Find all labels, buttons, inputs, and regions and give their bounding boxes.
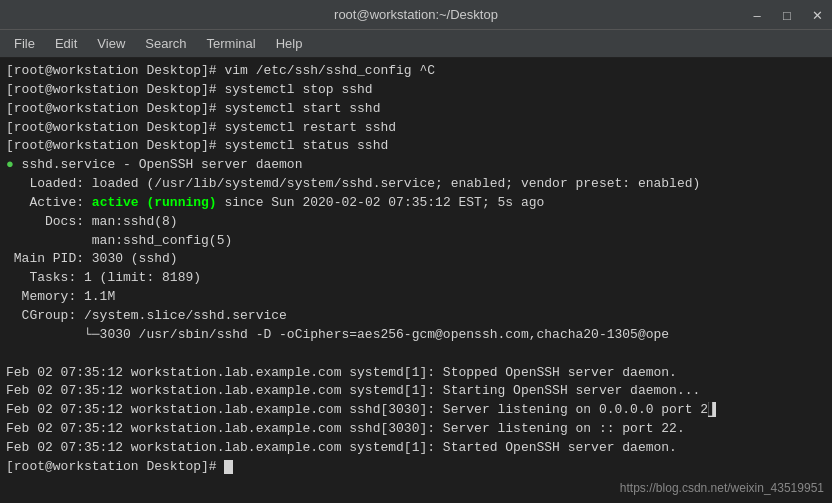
terminal-line: [root@workstation Desktop]# systemctl st…	[6, 81, 826, 100]
terminal-line: Feb 02 07:35:12 workstation.lab.example.…	[6, 364, 826, 383]
maximize-button[interactable]: □	[772, 0, 802, 30]
terminal-line: [root@workstation Desktop]# systemctl st…	[6, 100, 826, 119]
terminal-line: Active: active (running) since Sun 2020-…	[6, 194, 826, 213]
terminal-line: [root@workstation Desktop]# systemctl re…	[6, 119, 826, 138]
cursor	[224, 460, 233, 474]
menu-file[interactable]: File	[4, 33, 45, 54]
window-title: root@workstation:~/Desktop	[334, 7, 498, 22]
terminal-line: [root@workstation Desktop]# vim /etc/ssh…	[6, 62, 826, 81]
menu-edit[interactable]: Edit	[45, 33, 87, 54]
menu-terminal[interactable]: Terminal	[197, 33, 266, 54]
terminal-line: man:sshd_config(5)	[6, 232, 826, 251]
menu-search[interactable]: Search	[135, 33, 196, 54]
terminal-prompt-line: [root@workstation Desktop]#	[6, 458, 826, 477]
terminal-output[interactable]: [root@workstation Desktop]# vim /etc/ssh…	[0, 58, 832, 503]
title-bar: root@workstation:~/Desktop – □ ✕	[0, 0, 832, 30]
menu-bar: File Edit View Search Terminal Help	[0, 30, 832, 58]
terminal-line: Docs: man:sshd(8)	[6, 213, 826, 232]
terminal-line: Tasks: 1 (limit: 8189)	[6, 269, 826, 288]
terminal-line: [root@workstation Desktop]# systemctl st…	[6, 137, 826, 156]
minimize-button[interactable]: –	[742, 0, 772, 30]
terminal-line: └─3030 /usr/sbin/sshd -D -oCiphers=aes25…	[6, 326, 826, 345]
close-button[interactable]: ✕	[802, 0, 832, 30]
terminal-line: Memory: 1.1M	[6, 288, 826, 307]
terminal-line: Feb 02 07:35:12 workstation.lab.example.…	[6, 382, 826, 401]
terminal-line: Feb 02 07:35:12 workstation.lab.example.…	[6, 401, 826, 420]
terminal-blank	[6, 345, 826, 364]
menu-help[interactable]: Help	[266, 33, 313, 54]
terminal-line: Feb 02 07:35:12 workstation.lab.example.…	[6, 420, 826, 439]
terminal-line: ● sshd.service - OpenSSH server daemon	[6, 156, 826, 175]
menu-view[interactable]: View	[87, 33, 135, 54]
terminal-line: Loaded: loaded (/usr/lib/systemd/system/…	[6, 175, 826, 194]
watermark: https://blog.csdn.net/weixin_43519951	[620, 480, 824, 497]
status-dot: ●	[6, 157, 14, 172]
terminal-line: Feb 02 07:35:12 workstation.lab.example.…	[6, 439, 826, 458]
terminal-line: Main PID: 3030 (sshd)	[6, 250, 826, 269]
terminal-line: CGroup: /system.slice/sshd.service	[6, 307, 826, 326]
active-status: active (running)	[92, 195, 217, 210]
window-controls: – □ ✕	[742, 0, 832, 30]
